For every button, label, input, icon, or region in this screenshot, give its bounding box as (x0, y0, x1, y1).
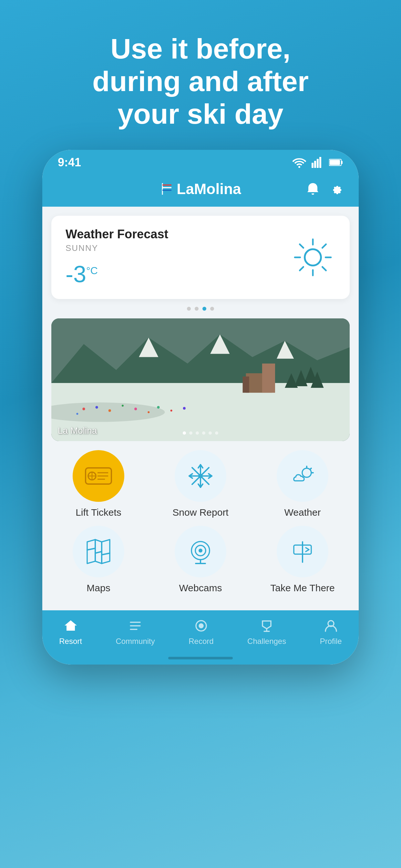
svg-point-31 (134, 407, 137, 410)
tab-resort[interactable]: Resort (59, 617, 82, 646)
svg-line-19 (300, 267, 303, 270)
phone-frame: 9:41 (42, 150, 359, 664)
svg-point-30 (122, 405, 124, 407)
svg-marker-68 (87, 539, 110, 563)
icon-item-webcams[interactable]: Webcams (153, 526, 248, 593)
phone-content: Weather Forecast SUNNY -3°C (42, 207, 359, 610)
svg-rect-39 (243, 376, 249, 393)
take-me-there-label: Take Me There (270, 583, 335, 593)
webcams-icon (186, 537, 215, 566)
tab-profile-label: Profile (320, 637, 342, 646)
webcam-dot-2 (189, 431, 192, 435)
svg-line-17 (322, 267, 326, 270)
tab-challenges-icon (258, 617, 275, 634)
icons-grid-row2: Maps Webcams (51, 526, 350, 593)
svg-point-76 (198, 549, 203, 553)
webcam-dot-4 (202, 431, 205, 435)
svg-rect-0 (312, 163, 313, 168)
app-logo: LaMolina (160, 180, 241, 197)
tab-bar: Resort Community Record (42, 610, 359, 652)
svg-line-16 (300, 244, 303, 248)
icons-grid-row1: Lift Tickets (51, 450, 350, 518)
status-time: 9:41 (58, 156, 81, 169)
card-dot-1 (187, 307, 191, 311)
battery-icon (329, 159, 343, 166)
tab-profile[interactable]: Profile (320, 617, 342, 646)
logo-flag-icon (160, 182, 174, 196)
status-bar: 9:41 (42, 150, 359, 174)
svg-point-29 (109, 409, 111, 412)
snow-report-circle (175, 450, 226, 502)
icon-item-snow-report[interactable]: Snow Report (153, 450, 248, 518)
sun-icon (290, 235, 335, 280)
gear-icon[interactable] (329, 182, 343, 196)
svg-point-33 (148, 411, 150, 413)
webcam-label: La Molina (58, 426, 97, 436)
signal-icon (312, 157, 324, 168)
card-dot-4 (210, 307, 214, 311)
webcams-label: Webcams (179, 583, 222, 593)
weather-card: Weather Forecast SUNNY -3°C (51, 216, 350, 299)
webcams-circle (175, 526, 226, 578)
weather-circle (277, 450, 328, 502)
tab-community[interactable]: Community (116, 617, 155, 646)
app-header: LaMolina (42, 174, 359, 207)
webcam-dot-5 (209, 431, 212, 435)
icon-item-lift-tickets[interactable]: Lift Tickets (51, 450, 146, 518)
svg-point-11 (305, 249, 321, 265)
icon-item-maps[interactable]: Maps (51, 526, 146, 593)
home-indicator (42, 652, 359, 664)
weather-icon (288, 463, 317, 489)
svg-rect-6 (330, 160, 340, 165)
tab-resort-icon (62, 617, 79, 634)
snow-report-label: Snow Report (173, 507, 228, 518)
svg-line-71 (87, 548, 95, 550)
wifi-icon (292, 157, 306, 168)
weather-title: Weather Forecast (66, 227, 168, 241)
svg-point-85 (199, 624, 203, 628)
svg-point-36 (183, 407, 186, 409)
webcam-scene: La Molina (51, 318, 350, 441)
svg-point-34 (157, 406, 159, 408)
status-icons (292, 157, 343, 168)
header-actions (306, 182, 343, 196)
lift-tickets-label: Lift Tickets (75, 507, 121, 518)
webcam-dot-3 (196, 431, 199, 435)
icon-item-weather[interactable]: Weather (255, 450, 350, 518)
svg-point-32 (76, 413, 78, 414)
tab-record-label: Record (189, 637, 213, 646)
svg-rect-1 (314, 161, 316, 168)
svg-point-63 (198, 474, 203, 478)
tab-challenges[interactable]: Challenges (247, 617, 286, 646)
svg-line-18 (322, 244, 326, 248)
svg-line-72 (95, 552, 102, 553)
svg-rect-3 (319, 157, 321, 168)
weather-label: Weather (284, 507, 321, 518)
signpost-icon (288, 537, 317, 566)
tab-community-icon (127, 617, 144, 634)
lift-tickets-icon (84, 465, 113, 487)
tab-record[interactable]: Record (189, 617, 213, 646)
webcam-card[interactable]: La Molina (51, 318, 350, 441)
weather-subtitle: SUNNY (66, 243, 168, 253)
svg-point-35 (171, 409, 173, 411)
icon-item-take-me-there[interactable]: Take Me There (255, 526, 350, 593)
tab-community-label: Community (116, 637, 155, 646)
svg-line-67 (310, 468, 311, 469)
card-dot-2 (195, 307, 198, 311)
home-bar (168, 657, 233, 659)
tab-record-icon (193, 617, 210, 634)
webcam-dot-6 (215, 431, 218, 435)
take-me-there-circle (277, 526, 328, 578)
weather-info: Weather Forecast SUNNY -3°C (66, 227, 168, 287)
svg-rect-5 (341, 161, 343, 164)
tab-challenges-label: Challenges (247, 637, 286, 646)
tab-profile-icon (322, 617, 339, 634)
svg-point-28 (96, 406, 98, 408)
bell-icon[interactable] (306, 182, 320, 196)
maps-circle (73, 526, 124, 578)
webcam-dots (183, 431, 218, 435)
headline: Use it before,during and afteryour ski d… (66, 0, 335, 150)
webcam-dot-1 (183, 431, 186, 435)
svg-line-73 (102, 553, 110, 555)
